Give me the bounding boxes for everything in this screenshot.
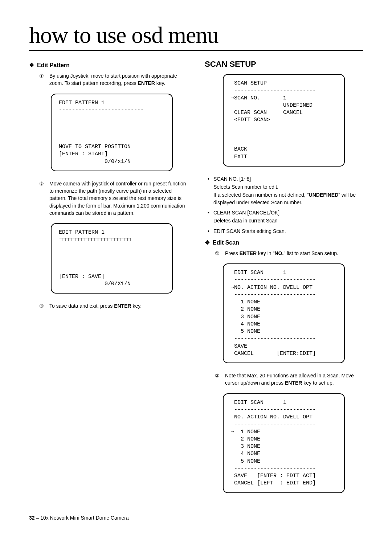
es2-c: key to set up. [302, 380, 334, 386]
right-column: SCAN SETUP SCAN SETUP ------------------… [205, 60, 363, 502]
page-footer: 32 – 10x Network Mini Smart Dome Camera [29, 515, 363, 521]
edit-scan-heading: Edit Scan [205, 239, 363, 246]
osd3-l4: UNDEFINED [231, 102, 313, 108]
osd1-l3: MOVE TO START POSITION [59, 144, 131, 150]
osd5-l4: ------------------------- [231, 421, 316, 427]
osd2-l3: [ENTER : SAVE] [59, 274, 105, 280]
enter-bold-2: ENTER [114, 303, 131, 309]
es1-a: Press [225, 250, 240, 256]
step-2-text: Move camera with joystick of controller … [49, 181, 186, 216]
footer-text: – 10x Network Mini Smart Dome Camera [35, 515, 129, 521]
osd4-l10: ------------------------- [231, 336, 316, 342]
bullet-clear-scan-title: CLEAR SCAN [CANCEL/OK] [213, 210, 279, 216]
bullet-edit-scan-title: EDIT SCAN Starts editing Scan. [213, 228, 286, 234]
osd1-l5: 0/0/x1/N [59, 159, 131, 165]
osd4-l2: ------------------------- [231, 277, 316, 283]
osd5-l1: EDIT SCAN 1 [231, 400, 286, 406]
page-number: 32 [29, 515, 35, 521]
osd5-l5: → 1 NONE [231, 429, 260, 435]
bullet-scan-no: SCAN NO. [1~8] Selects Scan number to ed… [208, 175, 363, 206]
osd5-l3: NO. ACTION NO. DWELL OPT [231, 414, 313, 420]
osd3-l5: CLEAR SCAN CANCEL [231, 110, 303, 116]
osd4-l11: SAVE [231, 343, 247, 349]
osd5-l8: 4 NONE [231, 451, 260, 457]
osd-edit-pattern-1: EDIT PATTERN 1 -------------------------… [51, 94, 173, 171]
bullet-edit-scan: EDIT SCAN Starts editing Scan. [208, 228, 363, 235]
scan-setup-heading: SCAN SETUP [205, 60, 363, 69]
osd3-l2: ------------------------- [231, 87, 316, 94]
osd5-l6: 2 NONE [231, 436, 260, 442]
edit-pattern-steps-3: To save data and exit, press ENTER key. [29, 302, 187, 310]
osd5-l10: ------------------------- [231, 466, 316, 472]
page-title: how to use osd menu [29, 22, 363, 51]
osd3-l6: <EDIT SCAN> [231, 117, 270, 123]
osd5-l7: 3 NONE [231, 443, 260, 450]
osd4-l3: →NO. ACTION NO. DWELL OPT [231, 284, 313, 291]
edit-scan-steps-2: Note that Max. 20 Functions are allowed … [205, 372, 363, 387]
osd-edit-pattern-2: EDIT PATTERN 1 □□□□□□□□□□□□□□□□□□□□□□ [E… [51, 223, 173, 294]
osd3-l1: SCAN SETUP [231, 80, 267, 86]
osd5-l2: ------------------------- [231, 407, 316, 413]
edit-pattern-steps: By using Joystick, move to start positio… [29, 72, 187, 87]
undef-bold: UNDEFINED [309, 192, 339, 198]
osd4-l1: EDIT SCAN 1 [231, 270, 286, 276]
es1-c: key in " [257, 250, 274, 256]
osd3-l3: →SCAN NO. 1 [231, 95, 286, 101]
es1-e: " list to start Scan setup. [283, 250, 338, 256]
osd4-l4: ------------------------- [231, 292, 316, 298]
two-column-layout: Edit Pattern By using Joystick, move to … [29, 60, 363, 502]
bullet-clear-scan: CLEAR SCAN [CANCEL/OK] Deletes data in c… [208, 209, 363, 225]
osd-edit-scan-1: EDIT SCAN 1 ------------------------- →N… [223, 263, 345, 363]
step-3-text-b: key. [131, 303, 142, 309]
osd4-l12: CANCEL [ENTER:EDIT] [231, 351, 316, 357]
osd4-l9: 5 NONE [231, 328, 260, 335]
osd4-l6: 2 NONE [231, 306, 260, 312]
step-1: By using Joystick, move to start positio… [49, 72, 187, 87]
osd-scan-setup: SCAN SETUP ------------------------- →SC… [223, 74, 345, 167]
bullet-scan-no-title: SCAN NO. [1~8] [213, 176, 251, 182]
osd2-l2: □□□□□□□□□□□□□□□□□□□□□□ [59, 237, 131, 243]
step-3-text-a: To save data and exit, press [49, 303, 114, 309]
osd2-l4: 0/0/X1/N [59, 281, 131, 287]
osd-edit-scan-2: EDIT SCAN 1 ------------------------- NO… [223, 393, 345, 493]
es1-b: ENTER [240, 250, 257, 256]
osd1-l2: -------------------------- [59, 107, 144, 113]
osd5-l12: CANCEL [LEFT : EDIT END] [231, 480, 316, 486]
osd4-l8: 4 NONE [231, 321, 260, 327]
osd3-l8: EXIT [231, 154, 247, 160]
osd1-l1: EDIT PATTERN 1 [59, 100, 105, 106]
es1-d: NO. [274, 250, 283, 256]
edit-pattern-heading: Edit Pattern [29, 62, 187, 69]
osd1-l4: [ENTER : START] [59, 151, 108, 157]
osd5-l11: SAVE [ENTER : EDIT ACT] [231, 473, 316, 479]
osd3-l7: BACK [231, 146, 247, 152]
edit-scan-steps: Press ENTER key in "NO." list to start S… [205, 250, 363, 257]
scan-setup-bullets: SCAN NO. [1~8] Selects Scan number to ed… [205, 175, 363, 235]
es-step-1: Press ENTER key in "NO." list to start S… [225, 250, 363, 257]
osd2-l1: EDIT PATTERN 1 [59, 229, 105, 235]
osd5-l9: 5 NONE [231, 458, 260, 464]
bullet-scan-no-l2: If a selected Scan number is not defined… [213, 191, 363, 206]
osd4-l5: 1 NONE [231, 299, 260, 305]
undef-a: If a selected Scan number is not defined… [213, 192, 309, 198]
step-1-text-b: key. [155, 80, 166, 86]
bullet-clear-scan-l1: Deletes data in current Scan [213, 217, 363, 224]
left-column: Edit Pattern By using Joystick, move to … [29, 60, 187, 502]
enter-bold: ENTER [138, 80, 155, 86]
es-step-2: Note that Max. 20 Functions are allowed … [225, 372, 363, 387]
edit-pattern-steps-2: Move camera with joystick of controller … [29, 180, 187, 217]
step-2: Move camera with joystick of controller … [49, 180, 187, 217]
es2-b: ENTER [285, 380, 302, 386]
step-3: To save data and exit, press ENTER key. [49, 302, 187, 310]
osd4-l7: 3 NONE [231, 314, 260, 320]
bullet-scan-no-l1: Selects Scan number to edit. [213, 183, 363, 191]
